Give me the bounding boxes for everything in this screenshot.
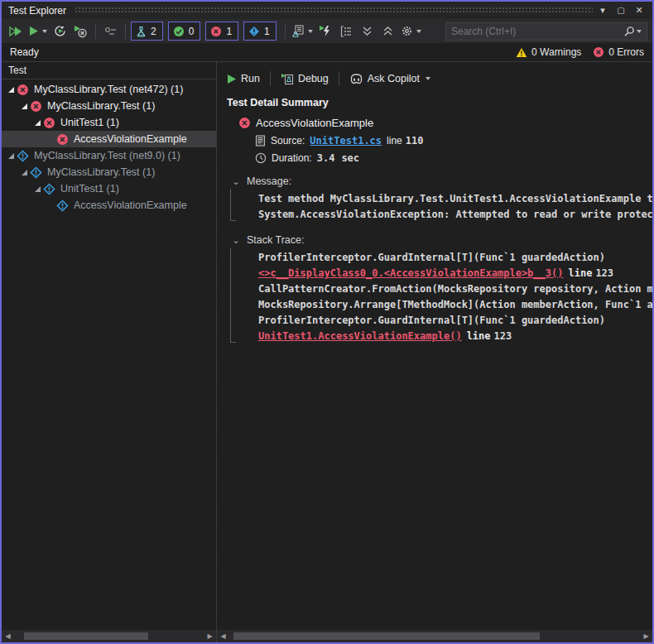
test-detail-panel: Run Debug [217, 62, 652, 642]
expand-all-icon [382, 26, 393, 36]
tree-expander-icon[interactable] [31, 185, 43, 193]
test-tree-item[interactable]: MyClassLibrary.Test (net472) (1) [2, 81, 216, 98]
settings-button[interactable] [399, 22, 423, 41]
stack-frame-link[interactable]: <>c__DisplayClass0_0.<AccessViolationExa… [258, 267, 563, 279]
test-not-run-icon [30, 166, 42, 179]
filter-failed-tests-toggle[interactable]: 1 [205, 22, 238, 41]
stack-trace-line: ProfilerInterceptor.GuardInternal[T](Fun… [247, 313, 652, 329]
search-caret[interactable] [637, 30, 642, 33]
test-explorer-window: Test Explorer ▾ ▢ ✕ [0, 0, 654, 644]
drag-handle[interactable] [75, 7, 593, 14]
test-tree-item[interactable]: MyClassLibrary.Test (1) [2, 98, 216, 114]
repeat-last-run-button[interactable] [50, 22, 70, 41]
scroll-right-icon[interactable]: ▶ [640, 630, 652, 642]
window-position-icon[interactable]: ▾ [594, 3, 611, 17]
copilot-icon [349, 74, 363, 84]
cancel-test-run-button[interactable] [71, 22, 90, 41]
run-all-tests-button[interactable] [7, 22, 26, 41]
detail-horizontal-scrollbar[interactable]: ◀ ▶ [217, 630, 652, 642]
tree-expander-icon[interactable] [5, 152, 17, 160]
tree-expander-icon[interactable] [18, 169, 30, 176]
group-by-button[interactable] [291, 22, 315, 41]
total-tests-count: 2 [151, 26, 156, 37]
playlist-icon [104, 26, 118, 36]
detail-run-button[interactable]: Run [225, 73, 267, 84]
search-icon[interactable] [623, 26, 635, 37]
group-by-caret[interactable] [308, 30, 313, 33]
search-box[interactable] [445, 22, 647, 41]
tree-expander-icon[interactable] [18, 103, 30, 110]
tree-expander-icon[interactable] [5, 86, 17, 94]
scroll-left-icon[interactable]: ◀ [2, 630, 14, 642]
message-collapse-icon[interactable]: ⌄ [232, 177, 239, 185]
titlebar: Test Explorer ▾ ▢ ✕ [2, 2, 652, 19]
run-dropdown-caret[interactable] [42, 30, 47, 33]
status-ready: Ready [10, 46, 39, 58]
message-text: Test method MyClassLibrary.Test.UnitTest… [247, 191, 652, 223]
test-tree-item[interactable]: MyClassLibrary.Test (net9.0) (1) [2, 147, 216, 164]
maximize-icon[interactable]: ▢ [613, 3, 629, 17]
collapse-all-button[interactable] [358, 22, 377, 41]
run-icon [227, 74, 237, 84]
ask-copilot-button[interactable]: Ask Copilot [343, 73, 437, 84]
expand-all-button[interactable] [378, 22, 397, 41]
errors-status[interactable]: 0 Errors [593, 46, 644, 58]
run-after-build-button[interactable] [316, 22, 335, 41]
scrollbar-thumb[interactable] [233, 632, 540, 640]
source-file-link[interactable]: UnitTest1.cs [310, 135, 382, 147]
test-failed-icon [30, 100, 42, 113]
stack-trace-line: ProfilerInterceptor.GuardInternal[T](Fun… [247, 250, 652, 266]
toolbar-separator [285, 24, 286, 39]
test-tree-item[interactable]: UnitTest1 (1) [2, 114, 216, 131]
scroll-left-icon[interactable]: ◀ [217, 630, 229, 642]
detail-debug-button[interactable]: Debug [274, 73, 335, 85]
run-all-icon [9, 26, 23, 37]
run-button[interactable] [27, 22, 49, 41]
test-tree-item-label: MyClassLibrary.Test (net472) (1) [34, 84, 183, 95]
stack-trace-collapse-icon[interactable]: ⌄ [232, 236, 239, 244]
tree-horizontal-scrollbar[interactable]: ◀ ▶ [2, 630, 216, 642]
cancel-run-icon [74, 25, 88, 38]
failed-icon [210, 26, 222, 37]
stack-trace-line: UnitTest1.AccessViolationExample()line12… [247, 329, 652, 344]
filter-passed-tests-toggle[interactable]: 0 [168, 22, 201, 41]
run-label: Run [241, 73, 260, 84]
stack-trace-line: <>c__DisplayClass0_0.<AccessViolationExa… [247, 266, 652, 281]
close-icon[interactable]: ✕ [631, 3, 647, 17]
source-file-icon [255, 135, 266, 147]
test-tree-item[interactable]: MyClassLibrary.Test (1) [2, 164, 216, 180]
copilot-caret[interactable] [426, 77, 430, 80]
duration-label: Duration: [272, 152, 312, 164]
settings-caret[interactable] [416, 30, 421, 33]
gear-icon [401, 25, 413, 37]
stack-trace-label: Stack Trace: [247, 234, 652, 246]
failed-tests-count: 1 [226, 26, 232, 37]
stack-frame-link[interactable]: UnitTest1.AccessViolationExample() [258, 330, 462, 342]
clock-icon [255, 152, 267, 164]
test-tree-item-label: AccessViolationExample [74, 199, 187, 211]
scroll-right-icon[interactable]: ▶ [204, 630, 216, 642]
test-tree-item-label: MyClassLibrary.Test (net9.0) (1) [34, 150, 180, 161]
detail-toolbar: Run Debug [225, 69, 652, 89]
test-tree-item[interactable]: AccessViolationExample [2, 197, 216, 214]
filter-total-tests-toggle[interactable]: 2 [131, 22, 163, 41]
scrollbar-thumb[interactable] [24, 632, 148, 640]
status-row: Ready 0 Warnings 0 Errors [2, 43, 652, 62]
stack-line-number: 123 [494, 330, 512, 342]
playlist-options-button[interactable] [101, 22, 120, 41]
search-input[interactable] [451, 26, 623, 37]
test-tree-item[interactable]: AccessViolationExample [2, 131, 216, 147]
source-line-number: 110 [406, 135, 424, 147]
test-tree-item-label: MyClassLibrary.Test (1) [47, 166, 155, 178]
test-not-run-icon [56, 199, 69, 212]
tree-column-header[interactable]: Test [2, 62, 216, 79]
show-hierarchy-button[interactable] [337, 22, 356, 41]
warnings-status[interactable]: 0 Warnings [516, 46, 581, 58]
source-label: Source: [271, 135, 305, 147]
test-tree-panel: Test MyClassLibrary.Test (net472) (1)MyC… [2, 62, 217, 642]
filter-notrun-tests-toggle[interactable]: 1 [243, 22, 277, 41]
test-tree-item-label: UnitTest1 (1) [60, 183, 119, 195]
tree-expander-icon[interactable] [31, 119, 43, 127]
ask-copilot-label: Ask Copilot [368, 73, 420, 84]
test-tree-item[interactable]: UnitTest1 (1) [2, 180, 216, 197]
